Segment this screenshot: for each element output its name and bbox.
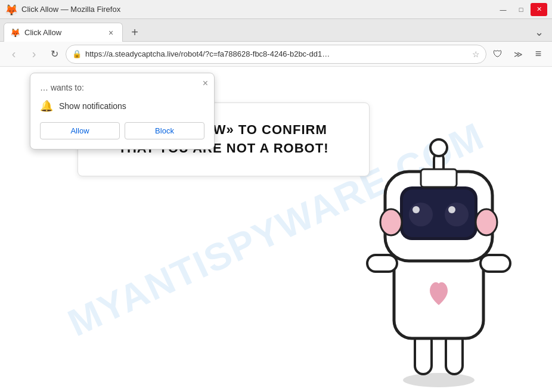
navbar: ‹ › ↻ 🔒 https://a.steadycaptcha.live/rob…: [0, 42, 552, 67]
shield-button[interactable]: 🛡: [489, 45, 507, 63]
tabbar: 🦊 Click Allow × + ⌄: [0, 19, 552, 42]
svg-rect-18: [421, 169, 457, 187]
notification-permission-row: 🔔 Show notifications: [40, 99, 204, 113]
notification-close-button[interactable]: ×: [203, 78, 208, 89]
forward-button[interactable]: ›: [25, 45, 43, 63]
menu-button[interactable]: ≡: [529, 45, 547, 63]
bookmark-star-icon[interactable]: ☆: [472, 49, 480, 59]
close-button[interactable]: ✕: [531, 3, 547, 16]
tab-favicon-icon: 🦊: [10, 28, 20, 38]
browser-content: MYANTISPYWARE.COM × … wants to: 🔔 Show n…: [0, 67, 552, 392]
maximize-button[interactable]: □: [513, 3, 529, 16]
chevron-down-icon: ⌄: [535, 26, 544, 39]
window-controls: — □ ✕: [495, 3, 547, 16]
robot-svg: [343, 118, 534, 392]
svg-point-14: [413, 206, 420, 213]
back-button[interactable]: ‹: [5, 45, 23, 63]
url-text: https://a.steadycaptcha.live/robot4/?c=f…: [85, 49, 469, 58]
bell-icon: 🔔: [40, 99, 53, 113]
notification-buttons: Allow Block: [40, 122, 204, 139]
svg-rect-4: [367, 255, 397, 272]
svg-point-9: [430, 139, 447, 156]
robot-illustration: [325, 94, 552, 392]
tab-close-button[interactable]: ×: [106, 27, 116, 38]
active-tab[interactable]: 🦊 Click Allow ×: [4, 23, 123, 42]
notification-permission-label: Show notifications: [59, 101, 126, 111]
firefox-logo-icon: 🦊: [5, 4, 17, 15]
svg-point-0: [403, 373, 475, 387]
allow-button[interactable]: Allow: [40, 122, 120, 139]
svg-point-17: [476, 209, 497, 235]
svg-rect-5: [480, 255, 510, 272]
svg-point-13: [445, 203, 469, 226]
notification-wants-text: … wants to:: [40, 83, 204, 92]
notification-popup: × … wants to: 🔔 Show notifications Allow…: [30, 73, 215, 150]
block-button[interactable]: Block: [125, 122, 204, 139]
svg-point-16: [380, 209, 402, 235]
tab-overflow-button[interactable]: ⌄: [529, 23, 548, 42]
window-title: Click Allow — Mozilla Firefox: [21, 5, 120, 14]
extensions-button[interactable]: ≫: [509, 45, 527, 63]
lock-icon: 🔒: [72, 49, 82, 58]
refresh-button[interactable]: ↻: [45, 45, 63, 63]
tab-label: Click Allow: [24, 28, 101, 37]
minimize-button[interactable]: —: [495, 3, 511, 16]
url-bar[interactable]: 🔒 https://a.steadycaptcha.live/robot4/?c…: [66, 45, 486, 64]
svg-point-12: [409, 203, 433, 226]
titlebar-left: 🦊 Click Allow — Mozilla Firefox: [5, 4, 120, 15]
svg-point-15: [448, 206, 455, 213]
titlebar: 🦊 Click Allow — Mozilla Firefox — □ ✕: [0, 0, 552, 19]
new-tab-button[interactable]: +: [125, 23, 144, 42]
